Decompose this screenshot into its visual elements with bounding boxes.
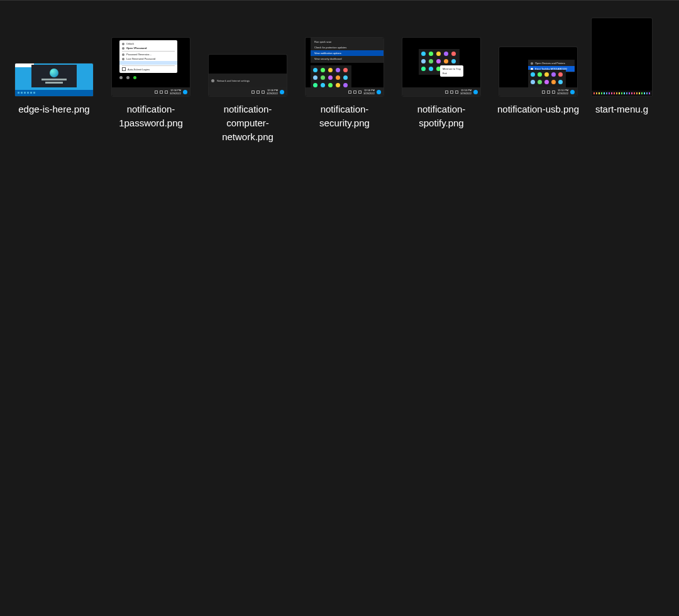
menu-item: Run quick scan	[311, 39, 384, 45]
menu-item: Last Generated Password	[126, 57, 155, 60]
menu-item: Auto-Submit Logins	[128, 68, 150, 71]
clock-date: 3/29/2022	[363, 92, 375, 95]
menu-item: Open Devices and Printers	[535, 62, 565, 65]
menu-item: View security dashboard	[311, 56, 384, 62]
file-item-notification-usb[interactable]: Open Devices and Printers Eject Toshiba …	[495, 18, 581, 116]
clock-date: 3/29/2022	[267, 92, 278, 95]
file-item-notification-computer-network[interactable]: Network and Internet settings 12:56 PM 3…	[205, 18, 290, 144]
file-thumbnail	[592, 18, 652, 96]
menu-item: Check for protection updates	[311, 45, 384, 50]
menu-item	[122, 62, 160, 64]
file-label: edge-is-here.png	[11, 102, 97, 116]
file-item-notification-spotify[interactable]: Minimize to Tray Exit 12:55 PM 3/29/2022…	[399, 18, 484, 130]
file-label: notification-spotify.png	[399, 102, 484, 130]
menu-item: Unlock	[126, 42, 134, 45]
menu-item: Open 1Password	[126, 47, 146, 50]
file-label: notification-usb.png	[495, 102, 581, 116]
file-thumbnail: Minimize to Tray Exit 12:55 PM 3/29/2022	[402, 18, 480, 96]
clock-date: 3/29/2022	[460, 92, 472, 95]
clock-date: 3/29/2022	[170, 92, 181, 95]
file-item-notification-1password[interactable]: Unlock Open 1Password Password Generator…	[108, 18, 194, 130]
menu-item: Password Generator...	[126, 53, 152, 56]
file-label: notification-computer-network.png	[205, 102, 290, 144]
file-thumbnail: Unlock Open 1Password Password Generator…	[112, 18, 190, 96]
menu-item: View notification options	[311, 50, 384, 56]
menu-item: Exit	[443, 71, 461, 75]
file-thumbnail	[15, 18, 93, 96]
clock-date: 3/29/2022	[557, 92, 568, 95]
start-taskbar	[592, 91, 652, 96]
file-label: notification-1password.png	[108, 102, 194, 130]
file-thumbnail: Network and Internet settings 12:56 PM 3…	[209, 18, 287, 96]
file-thumbnail: Open Devices and Printers Eject Toshiba …	[499, 18, 577, 96]
network-settings-text: Network and Internet settings	[217, 79, 250, 82]
file-item-notification-security[interactable]: Run quick scan Check for protection upda…	[302, 18, 387, 130]
file-thumbnail: Run quick scan Check for protection upda…	[306, 18, 384, 96]
file-item-edge-is-here[interactable]: edge-is-here.png	[11, 18, 97, 116]
file-item-start-menu[interactable]: start-menu.g	[592, 18, 651, 116]
file-label: start-menu.g	[592, 102, 652, 116]
file-label: notification-security.png	[302, 102, 387, 130]
file-grid: edge-is-here.png Unlock Open 1Password P…	[0, 1, 679, 144]
menu-item: Minimize to Tray	[443, 67, 461, 71]
